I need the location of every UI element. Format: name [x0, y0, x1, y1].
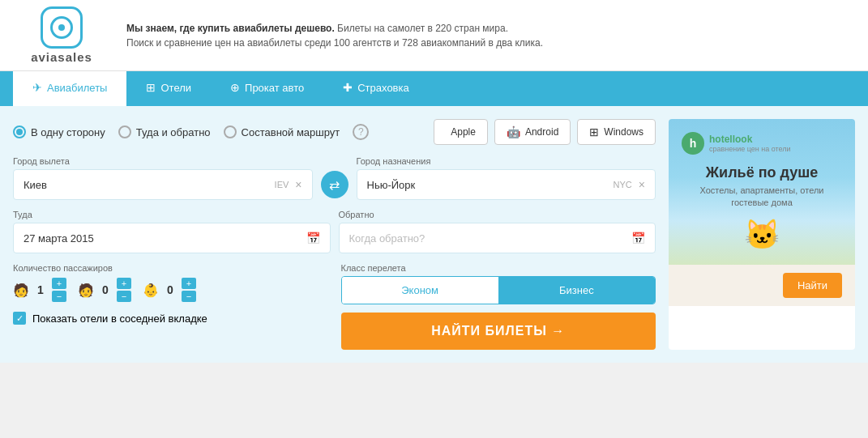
- origin-clear-icon[interactable]: ×: [295, 178, 301, 191]
- ad-logo-name: hotellook: [709, 134, 791, 145]
- economy-button[interactable]: Эконом: [342, 277, 498, 304]
- destination-input[interactable]: Нью-Йорк NYC ×: [357, 169, 656, 200]
- return-input[interactable]: Когда обратно? 📅: [339, 223, 656, 253]
- destination-clear-icon[interactable]: ×: [639, 178, 645, 191]
- infant-icon: 👶: [143, 283, 159, 298]
- trip-multicity[interactable]: Составной маршрут: [224, 125, 340, 138]
- hotels-icon: ⊞: [146, 81, 156, 94]
- children-decrement[interactable]: −: [117, 291, 131, 302]
- destination-label: Город назначения: [357, 156, 656, 166]
- depart-input[interactable]: 27 марта 2015 📅: [13, 223, 331, 253]
- depart-calendar-icon[interactable]: 📅: [306, 232, 320, 245]
- insurance-icon: ✚: [343, 81, 353, 94]
- flights-icon: ✈: [32, 81, 42, 94]
- windows-button[interactable]: ⊞ Windows: [577, 119, 656, 145]
- adults-btns: + −: [52, 278, 66, 302]
- origin-value: Киев: [24, 179, 47, 191]
- main: В одну сторону Туда и обратно Составной …: [0, 106, 868, 363]
- tab-car[interactable]: ⊕ Прокат авто: [211, 71, 323, 106]
- business-button[interactable]: Бизнес: [498, 277, 655, 304]
- android-icon: 🤖: [507, 125, 520, 138]
- show-hotels-checkbox[interactable]: ✓: [13, 312, 26, 325]
- adults-decrement[interactable]: −: [52, 291, 66, 302]
- children-increment[interactable]: +: [117, 278, 131, 289]
- destination-value: Нью-Йорк: [367, 179, 416, 191]
- apple-button[interactable]: Apple: [434, 119, 488, 145]
- infants-btns: + −: [182, 278, 196, 302]
- infants-increment[interactable]: +: [182, 278, 196, 289]
- dates-row: Туда 27 марта 2015 📅 Обратно Когда обрат…: [13, 210, 656, 253]
- return-group: Обратно Когда обратно? 📅: [339, 210, 656, 253]
- ad-find-button[interactable]: Найти: [783, 273, 842, 298]
- ad-logo: h hotellook сравнение цен на отели: [682, 132, 791, 155]
- tab-hotels-label: Отели: [160, 82, 191, 94]
- header-tagline: Мы знаем, где купить авиабилеты дешево. …: [110, 21, 855, 50]
- app-buttons: Apple 🤖 Android ⊞ Windows: [434, 119, 656, 145]
- tab-insurance[interactable]: ✚ Страховка: [323, 71, 429, 106]
- ad-panel: h hotellook сравнение цен на отели Жильё…: [669, 119, 855, 350]
- ad-logo-letter: h: [682, 132, 704, 155]
- destination-group: Город назначения Нью-Йорк NYC ×: [357, 156, 656, 200]
- tab-flights-label: Авиабилеты: [47, 82, 107, 94]
- passengers-controls: 🧑 1 + − 🧑 0 + −: [13, 278, 328, 302]
- search-button[interactable]: НАЙТИ БИЛЕТЫ →: [341, 313, 656, 350]
- logo-box: aviasales: [13, 6, 110, 64]
- origin-destination-row: Город вылета Киев IEV × ⇄ Город назначен…: [13, 156, 656, 200]
- logo-area: aviasales: [13, 6, 110, 64]
- trip-roundtrip[interactable]: Туда и обратно: [118, 125, 211, 138]
- tab-flights[interactable]: ✈ Авиабилеты: [13, 71, 126, 106]
- trip-types: В одну сторону Туда и обратно Составной …: [13, 124, 369, 140]
- logo-text: aviasales: [31, 50, 92, 64]
- radio-multicity: [224, 125, 237, 138]
- apple-label: Apple: [451, 126, 476, 138]
- return-calendar-icon[interactable]: 📅: [631, 232, 645, 245]
- return-label: Обратно: [339, 210, 656, 219]
- tab-car-label: Прокат авто: [245, 82, 304, 94]
- passengers-section: Количество пассажиров 🧑 1 + − 🧑: [13, 263, 328, 334]
- trip-multicity-label: Составной маршрут: [242, 126, 340, 138]
- windows-label: Windows: [604, 126, 644, 138]
- class-search-section: Класс перелета Эконом Бизнес НАЙТИ БИЛЕТ…: [341, 263, 656, 350]
- class-group: Класс перелета Эконом Бизнес: [341, 263, 656, 304]
- top-controls: В одну сторону Туда и обратно Составной …: [13, 119, 656, 145]
- ad-bottom: Найти: [669, 265, 855, 306]
- depart-group: Туда 27 марта 2015 📅: [13, 210, 331, 253]
- tagline-2: Поиск и сравнение цен на авиабилеты сред…: [126, 37, 543, 49]
- class-buttons: Эконом Бизнес: [341, 276, 656, 304]
- show-hotels-label: Показать отели в соседней вкладке: [32, 313, 207, 325]
- bottom-section: Количество пассажиров 🧑 1 + − 🧑: [13, 263, 656, 350]
- adult-icon: 🧑: [13, 283, 29, 298]
- tab-hotels[interactable]: ⊞ Отели: [126, 71, 211, 106]
- infants-row: 👶 0 + −: [143, 278, 196, 302]
- ad-logo-text-group: hotellook сравнение цен на отели: [709, 134, 791, 153]
- trip-oneway[interactable]: В одну сторону: [13, 125, 105, 138]
- android-label: Android: [525, 126, 558, 138]
- search-panel: В одну сторону Туда и обратно Составной …: [13, 119, 656, 350]
- swap-button[interactable]: ⇄: [321, 171, 348, 198]
- radio-oneway: [13, 125, 26, 138]
- help-icon[interactable]: ?: [353, 124, 369, 140]
- tagline-1: Билеты на самолет в 220 стран мира.: [335, 23, 508, 34]
- windows-icon: ⊞: [589, 125, 599, 138]
- origin-input[interactable]: Киев IEV ×: [13, 169, 313, 200]
- adults-count: 1: [34, 283, 47, 296]
- logo-inner: [50, 16, 73, 39]
- android-button[interactable]: 🤖 Android: [494, 119, 571, 145]
- trip-roundtrip-label: Туда и обратно: [136, 126, 211, 138]
- car-icon: ⊕: [230, 81, 240, 94]
- children-count: 0: [99, 283, 112, 296]
- children-btns: + −: [117, 278, 131, 302]
- ad-top: h hotellook сравнение цен на отели Жильё…: [669, 119, 855, 265]
- tagline-bold: Мы знаем, где купить авиабилеты дешево.: [126, 23, 335, 34]
- adults-increment[interactable]: +: [52, 278, 66, 289]
- infants-decrement[interactable]: −: [182, 291, 196, 302]
- nav-tabs: ✈ Авиабилеты ⊞ Отели ⊕ Прокат авто ✚ Стр…: [0, 71, 868, 106]
- show-hotels-row: ✓ Показать отели в соседней вкладке: [13, 312, 328, 325]
- ad-description: Хостелы, апартаменты, отели гостевые дом…: [700, 185, 824, 210]
- passengers-label: Количество пассажиров: [13, 263, 328, 273]
- origin-code: IEV: [275, 180, 289, 189]
- depart-value: 27 марта 2015: [24, 232, 94, 245]
- class-label: Класс перелета: [341, 263, 656, 273]
- destination-code: NYC: [614, 180, 632, 189]
- depart-label: Туда: [13, 210, 331, 219]
